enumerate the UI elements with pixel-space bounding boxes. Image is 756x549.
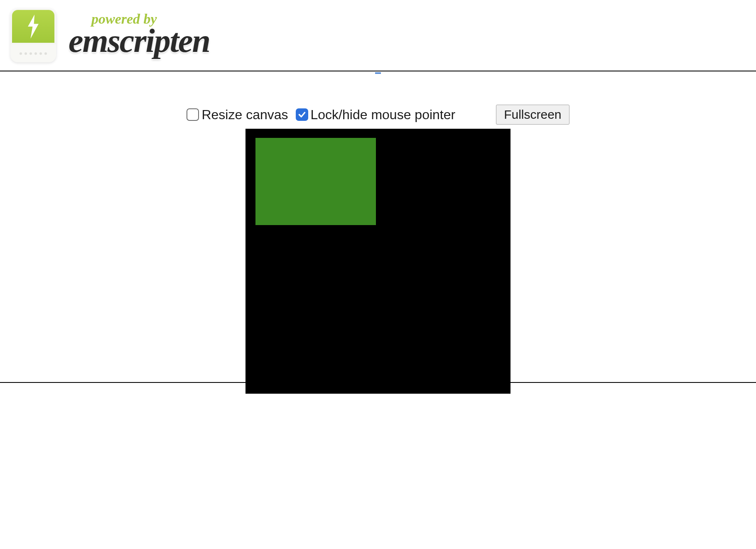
logo-top-panel xyxy=(12,10,54,43)
pointer-lock-label: Lock/hide mouse pointer xyxy=(311,107,456,123)
pointer-lock-checkbox[interactable] xyxy=(296,108,308,121)
fullscreen-button[interactable]: Fullscreen xyxy=(496,105,569,125)
controls-row: Resize canvas Lock/hide mouse pointer Fu… xyxy=(0,105,756,125)
emscripten-logo-icon xyxy=(10,8,56,62)
progress-indicator xyxy=(0,68,756,76)
resize-canvas-label: Resize canvas xyxy=(201,107,288,123)
resize-canvas-checkbox[interactable] xyxy=(187,108,199,121)
resize-canvas-control: Resize canvas xyxy=(187,107,288,123)
logo-text: powered by emscripten xyxy=(69,11,210,60)
lightning-bolt-icon xyxy=(25,15,42,39)
render-canvas[interactable] xyxy=(245,129,511,394)
canvas-container xyxy=(0,129,756,394)
footer-divider xyxy=(0,382,756,383)
pointer-lock-control: Lock/hide mouse pointer xyxy=(296,107,456,123)
header: powered by emscripten xyxy=(0,0,756,71)
rendered-rect xyxy=(255,138,376,225)
logo-bottom-panel xyxy=(10,44,56,62)
brand-name: emscripten xyxy=(69,22,210,60)
